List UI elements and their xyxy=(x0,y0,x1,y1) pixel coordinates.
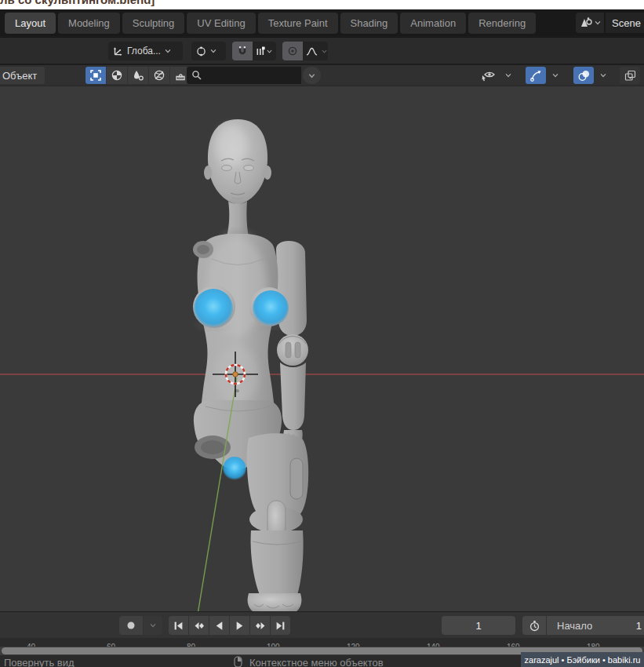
jump-prev-keyframe-button[interactable] xyxy=(189,616,209,635)
proportional-editing-icon xyxy=(287,46,298,56)
tab-sculpting[interactable]: Sculpting xyxy=(122,13,184,34)
auto-keying-record-button[interactable] xyxy=(119,616,143,635)
falloff-dropdown[interactable] xyxy=(320,42,328,60)
chevron-down-icon xyxy=(164,47,172,55)
xray-toggle-icon xyxy=(624,69,637,82)
snap-target-icon xyxy=(256,46,266,56)
gizmos-toggle-button[interactable] xyxy=(526,67,546,84)
scene-icon xyxy=(578,16,594,30)
frame-range-group: Начало 1 xyxy=(522,616,644,635)
tab-shading[interactable]: Shading xyxy=(340,13,398,34)
auto-keying-group xyxy=(119,616,162,635)
gizmo-visibility-dropdown[interactable] xyxy=(500,67,516,84)
scene-datablock-button[interactable] xyxy=(576,13,604,33)
texture-paint-button[interactable] xyxy=(149,67,170,84)
show-gizmo-eye-icon xyxy=(481,68,497,82)
chevron-down-icon xyxy=(321,48,328,55)
start-frame-label: Начало xyxy=(557,620,592,632)
page-title-strip: ль со скульптингом.blend] xyxy=(0,0,644,9)
watermark: zarazajul • Бэйбики • babiki.ru xyxy=(521,652,644,667)
start-frame-field[interactable]: Начало 1 xyxy=(547,616,644,635)
status-hint-rotate-view: Повернуть вид xyxy=(4,657,75,667)
snap-target-dropdown[interactable] xyxy=(253,42,276,60)
object-mode-icon xyxy=(89,69,102,82)
workspace-tabs: Layout Modeling Sculpting UV Editing Tex… xyxy=(5,9,536,36)
falloff-curve-button[interactable] xyxy=(303,42,320,60)
tab-animation[interactable]: Animation xyxy=(400,13,466,34)
snap-magnet-icon xyxy=(237,46,248,56)
proportional-editing-toggle[interactable] xyxy=(282,42,303,60)
stopwatch-icon xyxy=(529,620,540,632)
jump-to-start-icon xyxy=(173,621,184,631)
sculpt-mode-icon xyxy=(111,69,123,82)
workspace-tab-bar: Layout Modeling Sculpting UV Editing Tex… xyxy=(0,9,644,36)
pivot-point-dropdown[interactable] xyxy=(191,42,226,60)
proportional-editing-group xyxy=(282,42,328,60)
blend-file-title: ль со скульптингом.blend] xyxy=(0,0,155,6)
overlays-toggle-button[interactable] xyxy=(573,67,594,84)
tab-uv-editing[interactable]: UV Editing xyxy=(187,13,255,34)
orientation-label: Глоба... xyxy=(127,46,161,56)
current-frame-field[interactable]: 1 xyxy=(442,616,515,635)
tool-settings-bar: Глоба... xyxy=(0,37,644,64)
chevron-down-icon xyxy=(266,48,273,55)
play-icon xyxy=(235,621,245,631)
vertex-paint-button[interactable] xyxy=(128,67,149,84)
use-preview-range-button[interactable] xyxy=(522,616,546,635)
pivot-point-icon xyxy=(195,46,207,57)
tab-layout[interactable]: Layout xyxy=(5,13,56,34)
timeline-ruler[interactable]: 40 60 80 100 120 140 160 180 xyxy=(0,638,644,647)
tab-modeling[interactable]: Modeling xyxy=(58,13,120,34)
weight-paint-icon xyxy=(174,69,187,82)
chevron-down-icon xyxy=(594,19,602,27)
jump-to-start-button[interactable] xyxy=(169,616,188,635)
auto-keying-dropdown[interactable] xyxy=(144,616,162,635)
chevron-down-icon xyxy=(149,621,157,629)
xray-toggle-button[interactable] xyxy=(620,67,640,84)
snap-toggle-button[interactable] xyxy=(232,42,253,60)
play-reverse-button[interactable] xyxy=(209,616,229,635)
3d-viewport[interactable] xyxy=(0,86,644,611)
play-button[interactable] xyxy=(230,616,249,635)
prev-keyframe-icon xyxy=(194,621,205,631)
chevron-down-icon xyxy=(504,71,512,79)
chevron-down-icon xyxy=(209,47,217,55)
next-keyframe-icon xyxy=(255,621,266,631)
tab-rendering[interactable]: Rendering xyxy=(468,13,536,34)
chevron-down-icon xyxy=(307,71,316,80)
overlays-toggle-icon xyxy=(577,69,591,82)
timeline-bar: 1 Начало 1 xyxy=(0,611,644,638)
viewport-header: Объект xyxy=(0,65,644,86)
chevron-down-icon xyxy=(551,71,559,79)
chevron-down-icon xyxy=(599,71,607,79)
jump-to-end-icon xyxy=(275,621,286,631)
gizmos-dropdown[interactable] xyxy=(547,67,563,84)
search-icon xyxy=(191,70,202,81)
status-hint-context-menu: Контекстное меню объектов xyxy=(249,657,384,667)
overlays-dropdown[interactable] xyxy=(595,67,611,84)
snapping-group xyxy=(232,42,276,60)
start-frame-value: 1 xyxy=(636,620,642,632)
playback-controls xyxy=(169,616,290,635)
scene-name-field[interactable]: Scene xyxy=(606,13,644,33)
vertex-paint-icon xyxy=(132,69,144,82)
search-options-dropdown[interactable] xyxy=(303,67,321,84)
header-search[interactable] xyxy=(187,67,301,84)
show-gizmo-visibility-button[interactable] xyxy=(477,67,500,84)
object-menu[interactable]: Объект xyxy=(0,67,45,84)
scene-selector: Scene xyxy=(576,9,644,36)
right-mouse-button-icon xyxy=(234,656,242,667)
object-mode-button[interactable] xyxy=(86,67,107,84)
jump-next-keyframe-button[interactable] xyxy=(250,616,270,635)
sculpt-mode-button[interactable] xyxy=(107,67,128,84)
tab-texture-paint[interactable]: Texture Paint xyxy=(258,13,338,34)
mode-switcher xyxy=(86,67,191,84)
3d-viewport-canvas[interactable] xyxy=(0,86,644,611)
jump-to-end-button[interactable] xyxy=(271,616,290,635)
transform-orientation-dropdown[interactable]: Глоба... xyxy=(108,42,183,60)
transform-orientation-icon xyxy=(112,46,123,56)
play-reverse-icon xyxy=(214,621,224,631)
search-input[interactable] xyxy=(202,69,292,82)
gizmos-toggle-icon xyxy=(529,69,543,82)
blender-window: ль со скульптингом.blend] Layout Modelin… xyxy=(0,0,644,667)
